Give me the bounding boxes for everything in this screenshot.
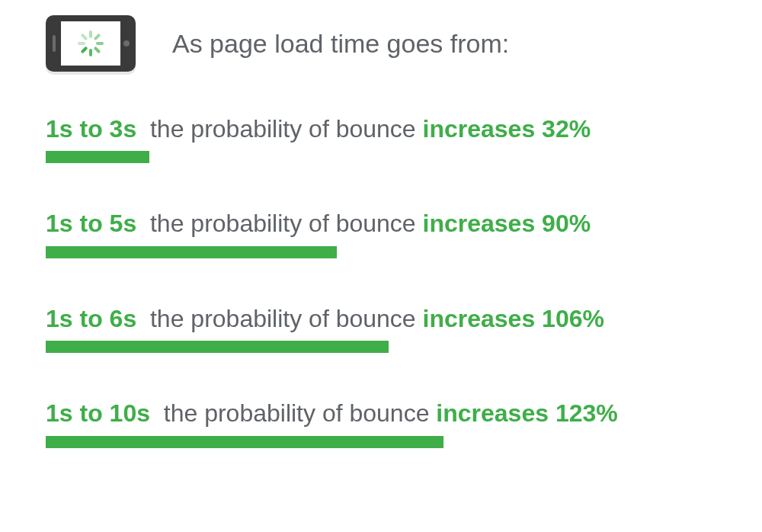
row-text: 1s to 3s the probability of bounce incre… xyxy=(46,114,716,143)
mid-text: the probability of bounce xyxy=(150,210,416,237)
row-text: 1s to 5s the probability of bounce incre… xyxy=(46,209,716,238)
time-range: 1s to 5s xyxy=(46,210,136,237)
chart-title: As page load time goes from: xyxy=(172,29,509,59)
loading-spinner-icon xyxy=(78,30,104,56)
row-text: 1s to 10s the probability of bounce incr… xyxy=(46,399,716,428)
mid-text: the probability of bounce xyxy=(164,399,430,427)
increase: increases 90% xyxy=(423,210,591,237)
bar xyxy=(46,246,337,258)
row-1s-3s: 1s to 3s the probability of bounce incre… xyxy=(46,114,716,163)
rows: 1s to 3s the probability of bounce incre… xyxy=(46,114,716,448)
row-text: 1s to 6s the probability of bounce incre… xyxy=(46,304,716,333)
mid-text: the probability of bounce xyxy=(150,305,416,332)
phone-screen xyxy=(61,21,120,66)
increase: increases 106% xyxy=(423,305,604,332)
row-1s-10s: 1s to 10s the probability of bounce incr… xyxy=(46,399,716,447)
phone-icon xyxy=(46,15,136,72)
time-range: 1s to 3s xyxy=(46,115,136,143)
increase: increases 123% xyxy=(436,399,617,427)
header: As page load time goes from: xyxy=(46,15,716,72)
time-range: 1s to 6s xyxy=(46,305,136,332)
row-1s-5s: 1s to 5s the probability of bounce incre… xyxy=(46,209,716,258)
bar xyxy=(46,341,389,353)
bar xyxy=(46,151,149,163)
mid-text: the probability of bounce xyxy=(150,115,416,143)
bar xyxy=(46,436,443,448)
increase: increases 32% xyxy=(423,115,591,143)
row-1s-6s: 1s to 6s the probability of bounce incre… xyxy=(46,304,716,353)
time-range: 1s to 10s xyxy=(46,399,150,427)
infographic: As page load time goes from: 1s to 3s th… xyxy=(0,0,762,463)
